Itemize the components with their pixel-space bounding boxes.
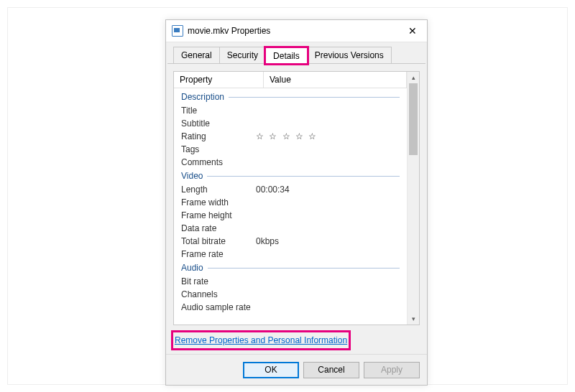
row-length[interactable]: Length 00:00:34 [174,183,407,196]
label-tags: Tags [181,144,256,154]
tab-details[interactable]: Details [265,47,308,64]
row-rating[interactable]: Rating ☆ ☆ ☆ ☆ ☆ [174,130,407,143]
header-value[interactable]: Value [264,72,407,88]
page-frame: movie.mkv Properties ✕ General Security … [7,7,568,385]
cancel-button[interactable]: Cancel [303,362,359,378]
row-frame-width[interactable]: Frame width [174,196,407,209]
row-data-rate[interactable]: Data rate [174,222,407,235]
remove-link-highlight: Remove Properties and Personal Informati… [173,332,349,348]
label-frame-rate: Frame rate [181,249,256,259]
label-frame-width: Frame width [181,197,256,207]
row-audio-sample-rate[interactable]: Audio sample rate [174,301,407,314]
value-audio-sample-rate [256,302,400,312]
scroll-down-icon[interactable]: ▾ [408,313,419,325]
label-title: Title [181,106,256,116]
tab-previous-versions[interactable]: Previous Versions [307,47,392,63]
button-bar: OK Cancel Apply [166,354,427,385]
properties-dialog: movie.mkv Properties ✕ General Security … [165,19,428,386]
value-data-rate [256,223,400,233]
group-audio: Audio [174,261,407,275]
header-property[interactable]: Property [174,72,264,88]
value-channels [256,289,400,299]
close-icon[interactable]: ✕ [398,25,427,37]
tab-general[interactable]: General [173,47,220,63]
apply-button: Apply [364,362,420,378]
value-frame-rate [256,249,400,259]
scrollbar[interactable]: ▴ ▾ [407,72,419,325]
ok-button[interactable]: OK [243,362,299,378]
label-length: Length [181,185,256,195]
window-title: movie.mkv Properties [188,26,398,36]
value-frame-height [256,210,400,220]
label-total-bitrate: Total bitrate [181,236,256,246]
value-frame-width [256,197,400,207]
file-icon [172,25,183,37]
tab-content: Property Value Description Title Subtitl… [166,64,427,354]
label-channels: Channels [181,289,256,299]
row-comments[interactable]: Comments [174,156,407,169]
column-headers: Property Value [174,72,407,88]
value-length: 00:00:34 [256,185,400,195]
scroll-up-icon[interactable]: ▴ [408,72,419,83]
value-comments [256,157,400,167]
row-frame-rate[interactable]: Frame rate [174,248,407,261]
property-rows: Description Title Subtitle Rating ☆ [174,88,407,325]
group-label-text: Audio [181,263,203,273]
row-bit-rate[interactable]: Bit rate [174,275,407,288]
label-audio-sample-rate: Audio sample rate [181,302,256,312]
label-rating: Rating [181,131,256,141]
row-channels[interactable]: Channels [174,288,407,301]
label-subtitle: Subtitle [181,118,256,129]
label-comments: Comments [181,157,256,167]
label-data-rate: Data rate [181,223,256,233]
row-subtitle[interactable]: Subtitle [174,117,407,130]
value-tags [256,144,400,154]
group-label-text: Description [181,92,224,102]
value-subtitle [256,118,400,129]
value-title [256,106,400,116]
group-video: Video [174,169,407,183]
properties-list: Property Value Description Title Subtitl… [174,72,407,325]
row-total-bitrate[interactable]: Total bitrate 0kbps [174,235,407,248]
remove-properties-link[interactable]: Remove Properties and Personal Informati… [175,335,347,345]
tab-strip: General Security Details Previous Versio… [167,42,426,64]
row-title[interactable]: Title [174,104,407,117]
titlebar: movie.mkv Properties ✕ [166,20,427,42]
properties-panel: Property Value Description Title Subtitl… [173,71,420,325]
row-tags[interactable]: Tags [174,143,407,156]
scroll-thumb[interactable] [409,83,418,155]
value-total-bitrate: 0kbps [256,236,400,246]
value-rating[interactable]: ☆ ☆ ☆ ☆ ☆ [256,131,400,141]
row-frame-height[interactable]: Frame height [174,209,407,222]
label-bit-rate: Bit rate [181,276,256,286]
label-frame-height: Frame height [181,210,256,220]
group-description: Description [174,90,407,104]
group-label-text: Video [181,171,203,181]
value-bit-rate [256,276,400,286]
tab-security[interactable]: Security [219,47,266,63]
